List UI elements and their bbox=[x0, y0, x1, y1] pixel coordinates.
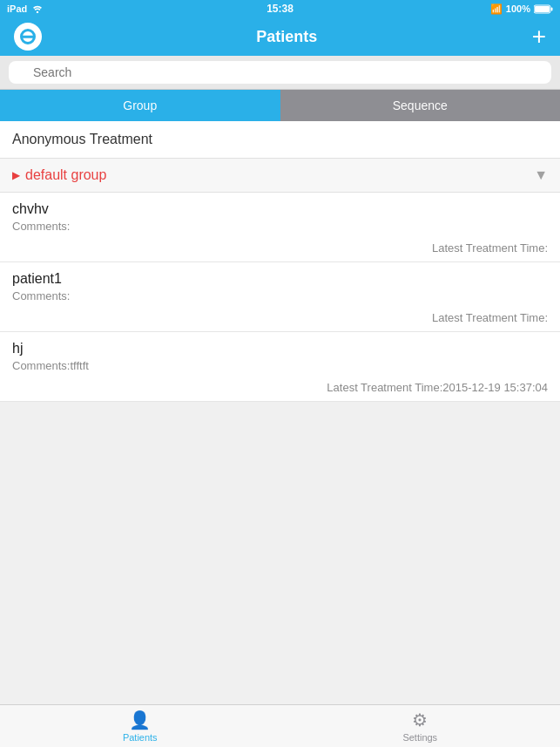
patient-item[interactable]: chvhv Comments: Latest Treatment Time: bbox=[0, 193, 560, 262]
group-tab[interactable]: Group bbox=[0, 90, 280, 121]
patient-item[interactable]: patient1 Comments: Latest Treatment Time… bbox=[0, 262, 560, 332]
svg-rect-3 bbox=[535, 6, 550, 12]
group-tab-label: Group bbox=[123, 98, 157, 112]
app-logo[interactable] bbox=[14, 23, 42, 51]
status-right: 📶 100% bbox=[490, 3, 553, 15]
search-wrapper: 🔍 bbox=[9, 61, 551, 84]
anonymous-treatment-label: Anonymous Treatment bbox=[12, 132, 152, 146]
group-name: default group bbox=[25, 167, 106, 183]
svg-point-0 bbox=[37, 11, 38, 13]
tab-settings[interactable]: ⚙ Settings bbox=[280, 705, 561, 747]
patient-list-content: Anonymous Treatment ▶ default group ▼ ch… bbox=[0, 121, 560, 402]
patient-treatment-time: Latest Treatment Time:2015-12-19 15:37:0… bbox=[12, 377, 548, 401]
search-bar: 🔍 bbox=[0, 56, 560, 90]
tab-bar: 👤 Patients ⚙ Settings bbox=[0, 704, 560, 747]
sequence-tab-label: Sequence bbox=[393, 98, 448, 112]
group-dropdown-icon: ▼ bbox=[534, 167, 548, 183]
group-header-left: ▶ default group bbox=[12, 167, 106, 183]
patient-name: hj bbox=[12, 341, 548, 357]
group-expand-icon: ▶ bbox=[12, 169, 20, 181]
patient-treatment-time: Latest Treatment Time: bbox=[12, 308, 548, 331]
status-bar: iPad 15:38 📶 100% bbox=[0, 0, 560, 17]
main-content: 🔍 Group Sequence Anonymous Treatment ▶ d… bbox=[0, 56, 560, 704]
logo-line bbox=[21, 36, 35, 38]
sequence-tab[interactable]: Sequence bbox=[280, 90, 561, 121]
patient-comments: Comments: bbox=[12, 289, 548, 302]
segment-control: Group Sequence bbox=[0, 90, 560, 121]
group-header[interactable]: ▶ default group ▼ bbox=[0, 159, 560, 193]
patient-comments: Comments: bbox=[12, 220, 548, 233]
nav-title: Patients bbox=[256, 28, 317, 46]
patient-name: chvhv bbox=[12, 201, 548, 217]
svg-rect-2 bbox=[551, 7, 553, 10]
patient-name: patient1 bbox=[12, 271, 548, 287]
add-patient-button[interactable]: + bbox=[532, 24, 546, 49]
battery-icon bbox=[534, 4, 553, 14]
battery-text: 100% bbox=[506, 3, 530, 14]
patient-item[interactable]: hj Comments:tfftft Latest Treatment Time… bbox=[0, 332, 560, 402]
nav-bar: Patients + bbox=[0, 17, 560, 56]
status-left: iPad bbox=[7, 3, 44, 14]
carrier-text: iPad bbox=[7, 3, 27, 14]
wifi-icon bbox=[30, 4, 44, 13]
patients-tab-icon: 👤 bbox=[129, 710, 151, 730]
anonymous-treatment-row[interactable]: Anonymous Treatment bbox=[0, 121, 560, 159]
settings-tab-icon: ⚙ bbox=[412, 710, 428, 730]
patient-treatment-time: Latest Treatment Time: bbox=[12, 238, 548, 261]
patient-comments: Comments:tfftft bbox=[12, 359, 548, 372]
bluetooth-icon: 📶 bbox=[490, 3, 503, 15]
status-time: 15:38 bbox=[267, 3, 293, 15]
logo-circle bbox=[20, 29, 36, 44]
settings-tab-label: Settings bbox=[402, 732, 437, 743]
tab-patients[interactable]: 👤 Patients bbox=[0, 705, 280, 747]
patients-tab-label: Patients bbox=[123, 732, 158, 743]
search-input[interactable] bbox=[9, 61, 551, 84]
